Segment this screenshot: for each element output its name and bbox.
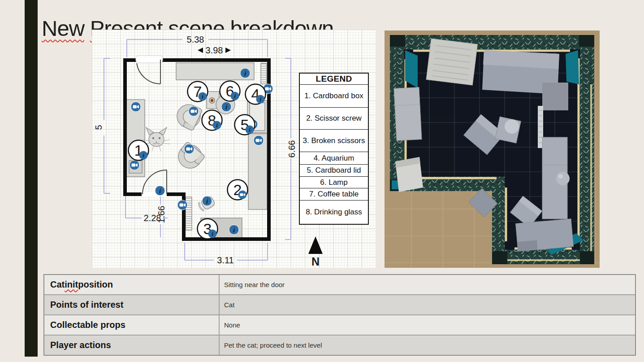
plan-marker-8: 8 bbox=[202, 110, 222, 131]
room-3d-render bbox=[385, 31, 600, 268]
legend-box: LEGEND 1. Cardboard box 2. Scissor screw… bbox=[299, 73, 369, 225]
plan-marker-1: 1 bbox=[129, 140, 149, 161]
render-3d-view bbox=[385, 31, 600, 268]
legend-item-7: 7. Coffee table bbox=[300, 188, 368, 200]
legend-item-6: 6. Lamp bbox=[300, 176, 368, 188]
door-top bbox=[136, 56, 163, 84]
dimension-label-total-width: 5.38 bbox=[187, 35, 204, 44]
legend-item-1: 1. Cardboard box bbox=[300, 84, 368, 107]
legend-item-5: 5. Cardboard lid bbox=[300, 164, 368, 176]
table-row: Cat init position Sitting near the door bbox=[44, 275, 635, 294]
plan-marker-2: 2 bbox=[228, 180, 248, 200]
presentation-slide: New Present scene breakdown i bbox=[0, 0, 644, 362]
camera-icon bbox=[189, 106, 199, 116]
legend-item-4: 4. Aquarium bbox=[300, 152, 368, 164]
radiator-top bbox=[261, 63, 267, 84]
table-row: Collectable props None bbox=[44, 314, 635, 335]
row-value-points-of-interest: Cat bbox=[220, 295, 635, 314]
row-label-player-actions: Player actions bbox=[44, 336, 220, 355]
row-label-points-of-interest: Points of interest bbox=[44, 295, 220, 314]
plan-marker-6: 6 bbox=[220, 81, 240, 101]
title-word-1: New bbox=[42, 16, 84, 40]
camera-icon bbox=[254, 135, 264, 145]
scene-info-table: Cat init position Sitting near the door … bbox=[43, 274, 636, 356]
legend-item-2: 2. Scissor screw bbox=[300, 107, 368, 129]
row-label-collectable-props: Collectable props bbox=[44, 315, 220, 335]
table-row: Points of interest Cat bbox=[44, 294, 635, 314]
row-label-cat-init-position: Cat init position bbox=[44, 275, 220, 294]
legend-item-8: 8. Drinking glass bbox=[300, 200, 368, 224]
plan-marker-5: 5 bbox=[235, 115, 255, 135]
info-icon bbox=[240, 68, 250, 78]
info-icon bbox=[202, 196, 212, 206]
dimension-label-notch-height: 1.66 bbox=[156, 206, 166, 223]
plan-marker-3: 3 bbox=[198, 219, 218, 239]
info-icon bbox=[155, 186, 165, 196]
legend-title: LEGEND bbox=[300, 74, 368, 84]
info-icon bbox=[221, 102, 231, 112]
camera-icon bbox=[130, 160, 139, 170]
row-value-collectable-props: None bbox=[220, 315, 635, 335]
svg-text:N: N bbox=[311, 255, 320, 268]
plan-marker-4: 4 bbox=[246, 84, 266, 105]
svg-text:3.98: 3.98 bbox=[206, 45, 223, 55]
plan-marker-7: 7 bbox=[188, 82, 208, 102]
row-value-player-actions: Pet the cat; proceed to next level bbox=[220, 336, 635, 355]
dimension-label-left-height: 5 bbox=[94, 125, 104, 130]
dimension-label-bottom-width: 3.11 bbox=[217, 255, 233, 265]
armchair-top bbox=[173, 100, 204, 131]
legend-item-3: 3. Broken scissors bbox=[300, 129, 368, 152]
dimension-label-right-height: 6.66 bbox=[287, 140, 297, 158]
north-arrow: N bbox=[308, 236, 323, 268]
slide-accent-bar bbox=[25, 0, 38, 357]
row-value-cat-init-position: Sitting near the door bbox=[220, 275, 635, 294]
dimension-label-inner-width: 3.98 bbox=[198, 45, 231, 55]
camera-icon bbox=[184, 144, 194, 154]
info-icon bbox=[229, 225, 239, 235]
table-row: Player actions Pet the cat; proceed to n… bbox=[44, 335, 635, 355]
camera-icon bbox=[131, 102, 141, 112]
camera-icon bbox=[177, 200, 187, 210]
